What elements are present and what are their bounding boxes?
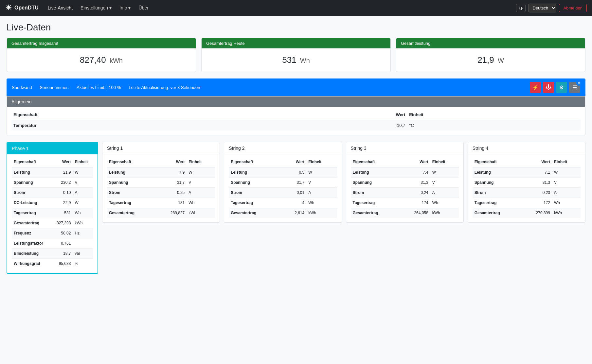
- property-cell: Tagesertrag: [12, 208, 51, 218]
- value-cell: 827,398: [51, 218, 73, 228]
- value-cell: 10,7: [280, 120, 407, 130]
- table-row: Leistung 7,4 W: [351, 167, 459, 178]
- s1-col-eigenschaft: Eigenschaft: [107, 157, 156, 167]
- unit-cell: W: [73, 167, 93, 178]
- value-cell: 174: [400, 198, 430, 208]
- summary-unit-1: Wh: [300, 57, 310, 64]
- property-cell: Tagesertrag: [107, 198, 156, 208]
- value-cell: 4: [282, 198, 306, 208]
- table-row: DC-Leistung 22,9 W: [12, 198, 93, 208]
- value-cell: 50,02: [51, 228, 73, 238]
- value-cell: 21,9: [51, 167, 73, 178]
- col-eigenschaft: Eigenschaft: [11, 110, 280, 120]
- value-cell: 264,058: [400, 208, 430, 218]
- unit-cell: A: [73, 188, 93, 198]
- property-cell: Spannung: [473, 178, 522, 188]
- summary-card-body-2: 21,9 W: [396, 48, 585, 72]
- property-cell: Leistung: [351, 167, 400, 178]
- unit-cell: V: [187, 178, 215, 188]
- unit-cell: Wh: [73, 208, 93, 218]
- property-cell: Spannung: [107, 178, 156, 188]
- table-row: Leistung 7,1 W: [473, 167, 581, 178]
- property-cell: DC-Leistung: [12, 198, 51, 208]
- col-einheit: Einheit: [407, 110, 581, 120]
- value-cell: 95,633: [51, 259, 73, 269]
- theme-toggle-button[interactable]: ◑: [516, 4, 526, 12]
- property-cell: Strom: [229, 188, 282, 198]
- phase1-table-wrapper: Eigenschaft Wert Einheit Leistung 21,9 W…: [7, 157, 98, 273]
- value-cell: 0,25: [156, 188, 187, 198]
- table-row: Gesamtertrag 2,614 kWh: [229, 208, 337, 218]
- string4-card: String 4 Eigenschaft Wert Einheit Leistu…: [468, 142, 585, 223]
- log-button[interactable]: ☰ 8: [569, 82, 580, 93]
- s2-col-eigenschaft: Eigenschaft: [229, 157, 282, 167]
- logout-button[interactable]: Abmelden: [559, 4, 587, 12]
- table-row: Leistung 0,5 W: [229, 167, 337, 178]
- unit-cell: A: [306, 188, 337, 198]
- value-cell: 0,24: [400, 188, 430, 198]
- value-cell: 289,827: [156, 208, 187, 218]
- summary-value-2: 21,9: [477, 55, 494, 65]
- brand-name: OpenDTU: [14, 5, 39, 11]
- unit-cell: W: [430, 167, 459, 178]
- string2-table-wrapper: Eigenschaft Wert Einheit Leistung 0,5 W …: [224, 157, 341, 222]
- power-button[interactable]: ⏻: [543, 82, 554, 93]
- string3-card: String 3 Eigenschaft Wert Einheit Leistu…: [346, 142, 464, 223]
- value-cell: 2,614: [282, 208, 306, 218]
- unit-cell: Wh: [552, 198, 581, 208]
- string2-table: Eigenschaft Wert Einheit Leistung 0,5 W …: [229, 157, 337, 218]
- table-row: Tagesertrag 181 Wh: [107, 198, 215, 208]
- string4-header: String 4: [468, 142, 585, 154]
- language-select[interactable]: Deutsch English: [528, 4, 556, 12]
- settings-button[interactable]: ⚙: [556, 82, 567, 93]
- string1-table: Eigenschaft Wert Einheit Leistung 7,9 W …: [107, 157, 215, 218]
- limit-set-button[interactable]: ⚡: [530, 82, 541, 93]
- allgemein-header: Allgemein: [7, 96, 585, 107]
- cards-row: Phase 1 Eigenschaft Wert Einheit Leistun…: [7, 142, 585, 274]
- string4-table: Eigenschaft Wert Einheit Leistung 7,1 W …: [473, 157, 581, 218]
- sun-icon: ☀: [5, 4, 12, 12]
- navbar: ☀ OpenDTU Live-Ansicht Einstellungen ▾ I…: [0, 0, 592, 16]
- allgemein-section: Allgemein Eigenschaft Wert Einheit Tempe…: [7, 96, 585, 135]
- nav-info-btn[interactable]: Info ▾: [117, 4, 133, 12]
- property-cell: Tagesertrag: [229, 198, 282, 208]
- unit-cell: %: [73, 259, 93, 269]
- unit-cell: W: [306, 167, 337, 178]
- property-cell: Leistung: [107, 167, 156, 178]
- property-cell: Strom: [107, 188, 156, 198]
- unit-cell: kWh: [552, 208, 581, 218]
- table-row: Tagesertrag 174 Wh: [351, 198, 459, 208]
- nav-info-dropdown[interactable]: Info ▾: [117, 4, 133, 12]
- table-row: Spannung 31,7 V: [229, 178, 337, 188]
- property-cell: Frequenz: [12, 228, 51, 238]
- property-cell: Gesamtertrag: [473, 208, 522, 218]
- value-cell: 181: [156, 198, 187, 208]
- table-row: Spannung 31,3 V: [473, 178, 581, 188]
- table-row: Leistung 21,9 W: [12, 167, 93, 178]
- property-cell: Leistung: [12, 167, 51, 178]
- s2-col-wert: Wert: [282, 157, 306, 167]
- property-cell: Temperatur: [11, 120, 280, 130]
- summary-row: Gesamtertrag Insgesamt 827,40 kWh Gesamt…: [7, 38, 585, 72]
- nav-einstellungen-btn[interactable]: Einstellungen ▾: [78, 4, 114, 12]
- s4-col-einheit: Einheit: [552, 157, 581, 167]
- table-row: Blindleistung 18,7 var: [12, 249, 93, 259]
- table-row: Strom 0,01 A: [229, 188, 337, 198]
- table-row: Strom 0,10 A: [12, 188, 93, 198]
- value-cell: 0,23: [522, 188, 552, 198]
- string1-card: String 1 Eigenschaft Wert Einheit Leistu…: [102, 142, 220, 223]
- allgemein-table-wrapper: Eigenschaft Wert Einheit Temperatur 10,7…: [7, 110, 585, 135]
- value-cell: 7,1: [522, 167, 552, 178]
- value-cell: 31,7: [156, 178, 187, 188]
- property-cell: Gesamtertrag: [12, 218, 51, 228]
- unit-cell: [73, 238, 93, 249]
- string1-table-wrapper: Eigenschaft Wert Einheit Leistung 7,9 W …: [102, 157, 220, 222]
- nav-einstellungen-dropdown[interactable]: Einstellungen ▾: [78, 4, 114, 12]
- s4-col-eigenschaft: Eigenschaft: [473, 157, 522, 167]
- nav-live-ansicht[interactable]: Live-Ansicht: [45, 4, 75, 12]
- nav-ueber[interactable]: Über: [136, 4, 151, 12]
- s3-col-eigenschaft: Eigenschaft: [351, 157, 400, 167]
- inverter-update: Letzte Aktualisierung: vor 3 Sekunden: [129, 85, 200, 90]
- summary-card-header-2: Gesamtleistung: [396, 38, 585, 48]
- property-cell: Blindleistung: [12, 249, 51, 259]
